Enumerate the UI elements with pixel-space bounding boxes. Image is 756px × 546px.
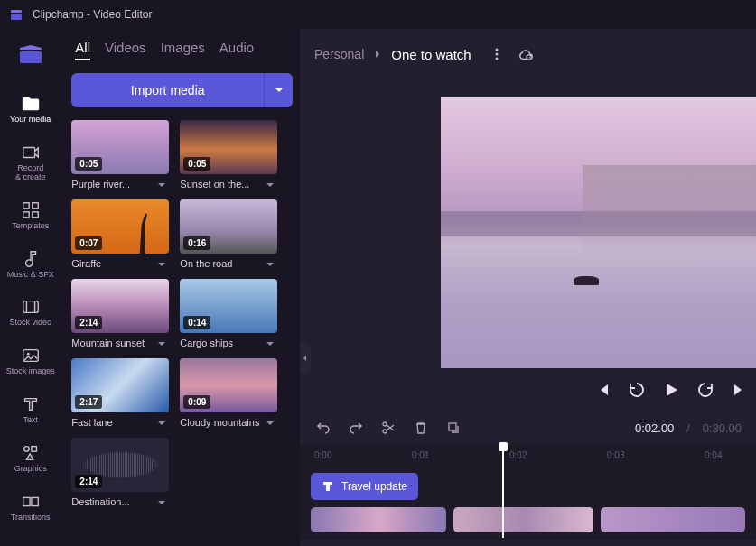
sidebar-item-graphics[interactable]: Graphics xyxy=(14,440,47,477)
more-options-button[interactable] xyxy=(488,45,506,63)
import-media-dropdown[interactable] xyxy=(264,73,293,107)
clip-thumbnail[interactable]: 2:17 xyxy=(71,358,169,412)
media-clip[interactable]: 0:05 Sunset on the... xyxy=(180,120,277,190)
media-tabs: All Videos Images Audio xyxy=(71,40,293,60)
delete-button[interactable] xyxy=(412,419,430,437)
svg-point-19 xyxy=(383,430,387,433)
forward-button[interactable] xyxy=(696,381,714,399)
media-clip[interactable]: 0:09 Cloudy mountains xyxy=(180,358,277,429)
clip-name: Destination... xyxy=(71,496,153,507)
media-clip[interactable]: 0:16 On the road xyxy=(180,199,277,270)
breadcrumb-parent[interactable]: Personal xyxy=(314,47,364,61)
rewind-button[interactable] xyxy=(628,381,646,399)
sidebar-item-your-media[interactable]: Your media xyxy=(10,90,51,128)
sidebar-item-label: Stock images xyxy=(6,367,55,376)
clip-thumbnail[interactable]: 0:09 xyxy=(180,358,277,412)
sidebar-item-stock-images[interactable]: Stock images xyxy=(6,342,55,380)
copy-button[interactable] xyxy=(444,419,462,437)
sidebar-item-templates[interactable]: Templates xyxy=(12,197,49,235)
media-tab-videos[interactable]: Videos xyxy=(105,40,146,60)
clip-duration: 0:07 xyxy=(75,236,102,250)
film-icon xyxy=(21,297,41,317)
svg-rect-3 xyxy=(23,202,28,208)
sidebar-item-label: Graphics xyxy=(14,465,47,474)
import-media-button[interactable]: Import media xyxy=(71,73,264,107)
media-clip[interactable]: 2:17 Fast lane xyxy=(71,358,169,429)
ruler-tick: 0:03 xyxy=(607,450,624,460)
chevron-down-icon[interactable] xyxy=(156,257,169,270)
media-clip[interactable]: 0:05 Purple river... xyxy=(71,120,169,190)
video-track-clip[interactable] xyxy=(311,507,446,532)
play-button[interactable] xyxy=(662,381,680,399)
timeline-toolbar: 0:02.00 / 0:30.00 xyxy=(300,412,756,444)
sidebar-item-label: Templates xyxy=(12,222,49,231)
chevron-down-icon[interactable] xyxy=(265,337,277,349)
sidebar-item-stock-video[interactable]: Stock video xyxy=(9,293,51,331)
svg-point-16 xyxy=(495,58,498,60)
clip-name: Sunset on the... xyxy=(180,179,261,190)
chevron-down-icon[interactable] xyxy=(156,178,169,190)
clip-thumbnail[interactable]: 2:14 xyxy=(71,279,169,333)
breadcrumb: Personal One to watch xyxy=(314,46,471,62)
media-clip[interactable]: 2:14 Destination... xyxy=(71,438,169,508)
chevron-down-icon[interactable] xyxy=(265,416,277,429)
music-icon xyxy=(21,249,41,269)
clip-thumbnail[interactable]: 0:07 xyxy=(71,199,169,254)
image-icon xyxy=(21,346,41,366)
chevron-down-icon[interactable] xyxy=(156,337,169,349)
chevron-down-icon[interactable] xyxy=(265,178,277,190)
clip-thumbnail[interactable]: 2:14 xyxy=(71,438,169,492)
media-clip[interactable]: 0:07 Giraffe xyxy=(71,199,169,270)
media-tab-all[interactable]: All xyxy=(75,40,90,60)
panel-collapse-handle[interactable] xyxy=(300,343,311,374)
media-panel: All Videos Images Audio Import media 0:0… xyxy=(61,29,300,546)
svg-point-9 xyxy=(27,353,30,356)
clip-duration: 2:14 xyxy=(75,316,102,329)
clip-name: Cloudy mountains xyxy=(180,417,261,428)
chevron-down-icon[interactable] xyxy=(265,257,277,270)
sidebar-item-text[interactable]: Text xyxy=(21,391,41,429)
svg-point-17 xyxy=(527,55,531,60)
sidebar-item-label: Your media xyxy=(10,116,51,125)
time-current: 0:02.00 xyxy=(635,421,674,435)
folder-icon xyxy=(21,94,41,114)
timeline-ruler[interactable]: 0:00 0:01 0:02 0:03 0:04 xyxy=(300,444,756,466)
clip-duration: 0:05 xyxy=(183,157,210,171)
media-clip[interactable]: 2:14 Mountain sunset xyxy=(71,279,169,349)
svg-point-10 xyxy=(23,447,29,452)
media-clip[interactable]: 0:14 Cargo ships xyxy=(180,279,277,349)
clip-thumbnail[interactable]: 0:05 xyxy=(71,120,169,174)
clip-duration: 2:14 xyxy=(75,475,102,488)
sidebar-item-record[interactable]: Record& create xyxy=(15,139,46,186)
playhead[interactable] xyxy=(502,444,504,538)
clip-duration: 0:09 xyxy=(183,395,210,409)
sidebar-item-transitions[interactable]: Transitions xyxy=(11,488,51,526)
redo-button[interactable] xyxy=(347,419,365,437)
undo-button[interactable] xyxy=(314,419,332,437)
clip-thumbnail[interactable]: 0:05 xyxy=(180,120,277,174)
media-grid: 0:05 Purple river... 0:05 Sunset on the.… xyxy=(71,120,293,508)
cloud-sync-button[interactable] xyxy=(517,45,535,63)
chevron-down-icon[interactable] xyxy=(156,495,169,508)
text-track-clip[interactable]: Travel update xyxy=(311,473,418,500)
sidebar-item-music[interactable]: Music & SFX xyxy=(7,245,54,283)
video-track xyxy=(311,507,745,532)
video-track-clip[interactable] xyxy=(601,507,745,532)
preview-canvas[interactable] xyxy=(441,97,756,368)
skip-forward-button[interactable] xyxy=(731,381,749,399)
clip-thumbnail[interactable]: 0:14 xyxy=(180,279,277,333)
media-tab-images[interactable]: Images xyxy=(161,40,205,60)
svg-point-14 xyxy=(495,49,498,51)
svg-rect-7 xyxy=(23,301,38,313)
clip-duration: 0:05 xyxy=(75,157,102,171)
clip-duration: 0:16 xyxy=(183,236,210,250)
video-track-clip[interactable] xyxy=(453,507,593,532)
chevron-down-icon[interactable] xyxy=(156,416,169,429)
clip-thumbnail[interactable]: 0:16 xyxy=(180,199,277,254)
ruler-tick: 0:02 xyxy=(509,450,527,460)
split-button[interactable] xyxy=(379,419,397,437)
skip-back-button[interactable] xyxy=(593,381,611,399)
svg-rect-5 xyxy=(23,212,28,217)
media-tab-audio[interactable]: Audio xyxy=(219,40,254,60)
graphics-icon xyxy=(21,443,41,463)
